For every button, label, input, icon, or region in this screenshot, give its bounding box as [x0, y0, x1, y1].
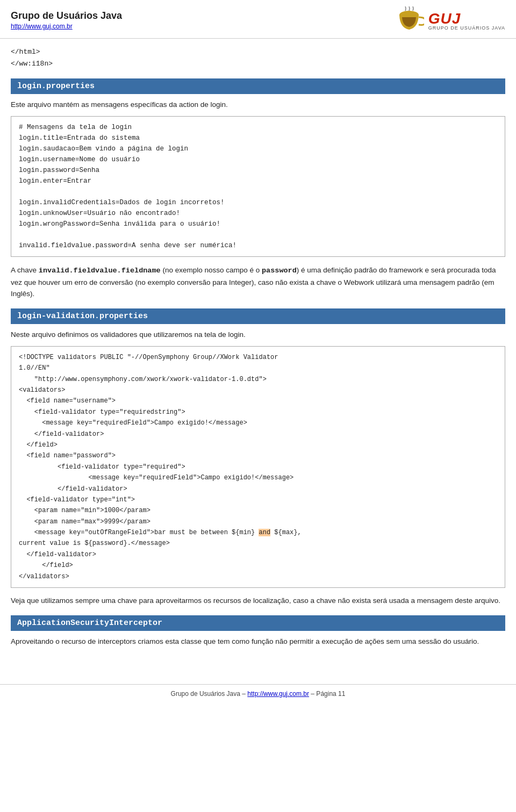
prop-line-fieldvalue: invalid.fieldvalue.password=A senha deve…	[19, 240, 497, 251]
logo-cup-icon	[395, 5, 424, 35]
section2-title: login-validation.properties	[17, 312, 148, 321]
header-left: Grupo de Usuários Java http://www.guj.co…	[11, 10, 122, 30]
page-footer: Grupo de Usuários Java – http://www.guj.…	[0, 684, 516, 703]
header-right: GUJ GRUPO DE USUÁRIOS JAVA	[395, 5, 505, 35]
prop-line-password: login.password=Senha	[19, 165, 497, 176]
prop-line-invalid: login.invalidCredentials=Dados de login …	[19, 197, 497, 208]
site-url-link[interactable]: http://www.guj.com.br	[11, 23, 73, 30]
prop-line-enter: login.enter=Entrar	[19, 176, 497, 186]
prop-line-blank2	[19, 229, 497, 240]
main-content: </html> </ww:i18n> login.properties Este…	[0, 39, 516, 668]
section3-description: Aproveitando o recurso de interceptors c…	[11, 636, 505, 648]
page-header: Grupo de Usuários Java http://www.guj.co…	[0, 0, 516, 39]
section1-explanation: A chave invalid.fieldvalue.fieldname (no…	[11, 264, 505, 300]
prop-line-comment: # Mensagens da tela de login	[19, 122, 497, 133]
prop-line-saudacao: login.saudacao=Bem vindo a página de log…	[19, 143, 497, 154]
prop-line-blank1	[19, 186, 497, 197]
prop-line-title: login.title=Entrada do sistema	[19, 133, 497, 143]
key-term-bold: invalid.fieldvalue.fieldname	[39, 267, 161, 275]
properties-box: # Mensagens da tela de login login.title…	[11, 116, 505, 257]
section3-bar: ApplicationSecurityInterceptor	[11, 615, 505, 631]
section2-bar: login-validation.properties	[11, 308, 505, 324]
footer-url[interactable]: http://www.guj.com.br	[247, 690, 309, 698]
top-code-line2: </ww:i18n>	[11, 58, 505, 70]
section1-title: login.properties	[17, 82, 95, 91]
section2-description: Neste arquivo definimos os validadores q…	[11, 329, 505, 341]
section3-title: ApplicationSecurityInterceptor	[17, 619, 162, 628]
logo-text-block: GUJ GRUPO DE USUÁRIOS JAVA	[428, 10, 505, 31]
footer-text: Grupo de Usuários Java –	[171, 690, 248, 698]
section2-note: Veja que utilizamos sempre uma chave par…	[11, 595, 505, 607]
site-title: Grupo de Usuários Java	[11, 10, 122, 21]
prop-line-username: login.username=Nome do usuário	[19, 154, 497, 165]
section1-description: Este arquivo mantém as mensagens específ…	[11, 99, 505, 111]
footer-page: – Página 11	[309, 690, 345, 698]
prop-line-unknow: login.unknowUser=Usuário não encontrado!	[19, 208, 497, 219]
logo-subtitle: GRUPO DE USUÁRIOS JAVA	[428, 25, 505, 31]
top-code-block: </html> </ww:i18n>	[11, 46, 505, 70]
prop-line-wrong: login.wrongPassword=Senha inválida para …	[19, 219, 497, 229]
top-code-line1: </html>	[11, 46, 505, 58]
xml-code-block: <!DOCTYPE validators PUBLIC "-//OpenSymp…	[11, 346, 505, 588]
password-term-bold: password	[262, 267, 297, 275]
section1-bar: login.properties	[11, 78, 505, 94]
